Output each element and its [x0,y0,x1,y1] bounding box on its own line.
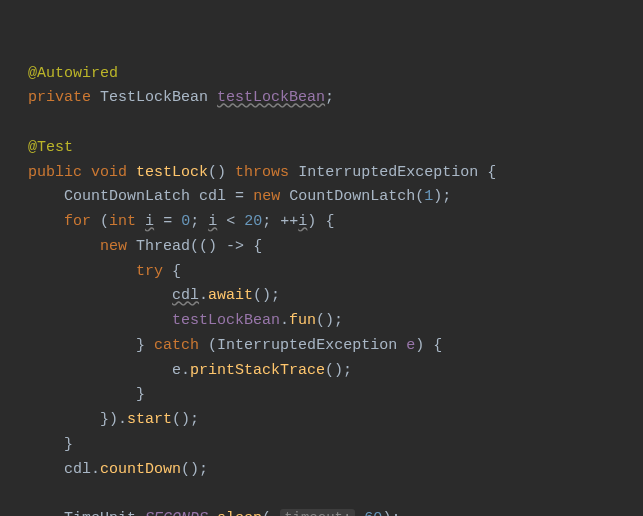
rbrace: } [136,337,145,354]
var: cdl [199,188,226,205]
brace: { [253,238,262,255]
number: 1 [424,188,433,205]
dot: . [199,287,208,304]
type: TestLockBean [100,89,208,106]
rbrace: } [100,411,109,428]
semicolon: ; [343,362,352,379]
annotation: @Test [28,139,73,156]
method-name: testLock [136,164,208,181]
semicolon: ; [262,213,271,230]
dot: . [118,411,127,428]
lparen: ( [262,510,271,516]
space [355,510,364,516]
keyword-new: new [100,238,127,255]
number: 20 [244,213,262,230]
var-e: e [172,362,181,379]
annotation: @Autowired [28,65,118,82]
method-call: fun [289,312,316,329]
paren: () [253,287,271,304]
semicolon: ; [391,510,400,516]
arrow: -> [226,238,244,255]
type: CountDownLatch [64,188,190,205]
keyword-private: private [28,89,91,106]
paren: () [208,164,226,181]
semicolon: ; [325,89,334,106]
rparen: ) [433,188,442,205]
exception-type: InterruptedException [217,337,397,354]
method-call: sleep [217,510,262,516]
lparen: ( [415,188,424,205]
lambda-params: () [199,238,217,255]
type: TimeUnit [64,510,136,516]
var-i: i [145,213,154,230]
keyword-try: try [136,263,163,280]
var-cdl: cdl [64,461,91,478]
paren: () [325,362,343,379]
param-hint: timeout: [280,509,355,516]
rparen: ) [415,337,424,354]
keyword-for: for [64,213,91,230]
paren: () [172,411,190,428]
inc: ++ [280,213,298,230]
dot: . [280,312,289,329]
field-decl: testLockBean [217,89,325,106]
keyword-public: public [28,164,82,181]
dot: . [181,362,190,379]
rbrace: } [64,436,73,453]
dot: . [208,510,217,516]
keyword-catch: catch [154,337,199,354]
keyword-int: int [109,213,136,230]
brace: { [325,213,334,230]
method-call: start [127,411,172,428]
rparen: ) [307,213,316,230]
lparen: ( [190,238,199,255]
brace: { [172,263,181,280]
code-editor[interactable]: @Autowired private TestLockBean testLock… [28,62,643,517]
paren: () [316,312,334,329]
lparen: ( [208,337,217,354]
var-i: i [298,213,307,230]
rparen: ) [109,411,118,428]
var-e: e [406,337,415,354]
exception-type: InterruptedException [298,164,478,181]
brace: { [487,164,496,181]
lparen: ( [100,213,109,230]
method-call: countDown [100,461,181,478]
keyword-throws: throws [235,164,289,181]
var-cdl: cdl [172,287,199,304]
number: 0 [181,213,190,230]
number: 60 [364,510,382,516]
semicolon: ; [334,312,343,329]
semicolon: ; [199,461,208,478]
keyword-void: void [91,164,127,181]
dot: . [136,510,145,516]
type: CountDownLatch [289,188,415,205]
semicolon: ; [442,188,451,205]
eq: = [163,213,172,230]
rbrace: } [136,386,145,403]
dot: . [91,461,100,478]
var-i: i [208,213,217,230]
eq: = [235,188,244,205]
field-ref: testLockBean [172,312,280,329]
method-call: await [208,287,253,304]
static-field: SECONDS [145,510,208,516]
type: Thread [136,238,190,255]
semicolon: ; [271,287,280,304]
method-call: printStackTrace [190,362,325,379]
semicolon: ; [190,411,199,428]
keyword-new: new [253,188,280,205]
lt: < [226,213,235,230]
paren: () [181,461,199,478]
brace: { [433,337,442,354]
semicolon: ; [190,213,199,230]
